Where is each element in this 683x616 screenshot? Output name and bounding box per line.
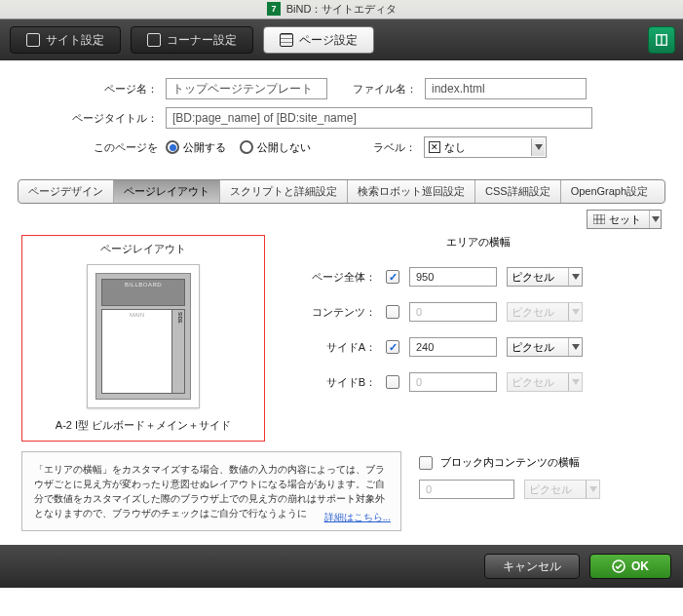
- cancel-button-label: キャンセル: [503, 558, 561, 575]
- block-width-section: ブロック内コンテンツの横幅 ピクセル: [419, 451, 662, 531]
- sideB-width-unit: ピクセル: [507, 372, 583, 392]
- tab-site-settings[interactable]: サイト設定: [10, 26, 121, 54]
- page-name-input[interactable]: [166, 78, 327, 99]
- area-width-section: エリアの横幅 ページ全体： ピクセル コンテンツ： ピクセル: [294, 235, 662, 442]
- svg-marker-12: [589, 486, 597, 492]
- cancel-button[interactable]: キャンセル: [484, 554, 580, 579]
- preview-icon: [655, 33, 668, 47]
- site-icon: [26, 33, 40, 47]
- svg-marker-9: [572, 309, 580, 315]
- subtab-layout[interactable]: ページレイアウト: [114, 180, 220, 203]
- label-value: なし: [444, 140, 466, 155]
- chevron-down-icon: [568, 268, 582, 286]
- block-width-input[interactable]: [419, 480, 514, 499]
- window-title: BiND：サイトエディタ: [286, 3, 398, 15]
- area-width-heading: エリアの横幅: [294, 235, 662, 250]
- subtab-css[interactable]: CSS詳細設定: [475, 180, 561, 203]
- page-width-check[interactable]: [386, 270, 399, 284]
- thumb-billboard: BILLBOARD: [101, 279, 185, 306]
- block-width-check[interactable]: [419, 456, 433, 470]
- tab-site-label: サイト設定: [46, 32, 104, 49]
- block-width-unit-text: ピクセル: [529, 482, 572, 497]
- corner-icon: [147, 33, 161, 47]
- sideB-width-input[interactable]: [409, 372, 497, 392]
- block-width-label: ブロック内コンテンツの横幅: [440, 455, 580, 470]
- contents-width-unit: ピクセル: [507, 302, 583, 322]
- page-icon: [280, 33, 293, 47]
- check-circle-icon: [612, 559, 626, 573]
- svg-marker-11: [572, 379, 580, 385]
- label-none-icon: ✕: [429, 141, 440, 153]
- page-form: ページ名： ファイル名： ページタイトル： このページを 公開する 公開しない …: [0, 60, 683, 175]
- sideA-width-unit[interactable]: ピクセル: [507, 337, 583, 357]
- svg-marker-2: [535, 144, 543, 150]
- file-name-input[interactable]: [425, 78, 587, 99]
- thumb-main: MAIN: [101, 309, 172, 394]
- sideA-width-check[interactable]: [386, 340, 399, 354]
- sideA-width-label: サイドA：: [294, 340, 376, 355]
- page-width-label: ページ全体：: [294, 270, 376, 285]
- publish-label: このページを: [29, 140, 166, 155]
- chevron-down-icon: [568, 373, 582, 391]
- layout-thumbnail[interactable]: BILLBOARD MAIN SIDE: [87, 264, 200, 408]
- layout-caption: A-2 I型 ビルボード＋メイン＋サイド: [26, 418, 260, 433]
- chevron-down-icon: [531, 138, 545, 156]
- tab-corner-settings[interactable]: コーナー設定: [131, 26, 253, 54]
- note-box: 「エリアの横幅」をカスタマイズする場合、数値の入力の内容によっては、ブラウザごと…: [21, 451, 401, 531]
- subtab-robot[interactable]: 検索ロボット巡回設定: [348, 180, 475, 203]
- layout-panel: セット ページレイアウト BILLBOARD MAIN SIDE A-2 I型 …: [0, 204, 683, 545]
- page-title-label: ページタイトル：: [29, 111, 166, 126]
- svg-marker-10: [572, 344, 580, 350]
- sideA-width-input[interactable]: [409, 337, 497, 357]
- set-button-label: セット: [609, 212, 641, 227]
- publish-public-radio[interactable]: [166, 140, 179, 154]
- subtab-design[interactable]: ページデザイン: [19, 180, 114, 203]
- publish-private-radio[interactable]: [240, 140, 253, 154]
- main-tab-bar: サイト設定 コーナー設定 ページ設定: [0, 19, 683, 60]
- set-button[interactable]: セット: [587, 210, 662, 229]
- ok-button[interactable]: OK: [589, 554, 671, 579]
- chevron-down-icon: [586, 481, 599, 498]
- page-title-input[interactable]: [166, 107, 592, 129]
- ok-button-label: OK: [631, 559, 649, 573]
- page-name-label: ページ名：: [29, 82, 166, 96]
- note-detail-link[interactable]: 詳細はこちら...: [324, 510, 391, 524]
- chevron-down-icon: [568, 338, 582, 356]
- contents-width-unit-text: ピクセル: [512, 305, 554, 320]
- page-width-input[interactable]: [409, 267, 497, 287]
- file-name-label: ファイル名：: [327, 82, 425, 96]
- app-icon: 7: [267, 2, 281, 16]
- sub-tab-bar: ページデザイン ページレイアウト スクリプトと詳細設定 検索ロボット巡回設定 C…: [18, 179, 665, 204]
- chevron-down-icon: [568, 303, 582, 321]
- sideA-width-unit-text: ピクセル: [512, 340, 554, 355]
- subtab-opengraph[interactable]: OpenGraph設定: [561, 180, 658, 203]
- page-width-unit[interactable]: ピクセル: [507, 267, 583, 287]
- svg-marker-7: [652, 216, 660, 222]
- publish-public-text: 公開する: [183, 140, 226, 155]
- contents-width-check[interactable]: [386, 305, 399, 319]
- thumb-side: SIDE: [172, 309, 185, 394]
- grid-icon: [593, 214, 605, 224]
- sideB-width-unit-text: ピクセル: [512, 375, 554, 390]
- contents-width-input[interactable]: [409, 302, 497, 322]
- contents-width-label: コンテンツ：: [294, 305, 376, 320]
- sideB-width-label: サイドB：: [294, 375, 376, 390]
- block-width-unit: ピクセル: [524, 480, 600, 499]
- label-label: ラベル：: [311, 140, 424, 155]
- svg-marker-8: [572, 274, 580, 280]
- page-width-unit-text: ピクセル: [512, 270, 554, 285]
- label-select[interactable]: ✕ なし: [424, 136, 547, 158]
- subtab-script[interactable]: スクリプトと詳細設定: [220, 180, 348, 203]
- dialog-footer: キャンセル OK: [0, 545, 683, 588]
- page-layout-heading: ページレイアウト: [26, 242, 260, 256]
- window-titlebar: 7 BiND：サイトエディタ: [0, 0, 683, 19]
- tab-page-settings[interactable]: ページ設定: [263, 26, 374, 54]
- page-layout-box: ページレイアウト BILLBOARD MAIN SIDE A-2 I型 ビルボー…: [21, 235, 265, 442]
- publish-private-text: 公開しない: [257, 140, 311, 155]
- chevron-down-icon: [649, 211, 661, 228]
- tab-corner-label: コーナー設定: [167, 32, 237, 49]
- tab-page-label: ページ設定: [299, 32, 358, 49]
- sideB-width-check[interactable]: [386, 375, 399, 389]
- preview-button[interactable]: [648, 26, 675, 54]
